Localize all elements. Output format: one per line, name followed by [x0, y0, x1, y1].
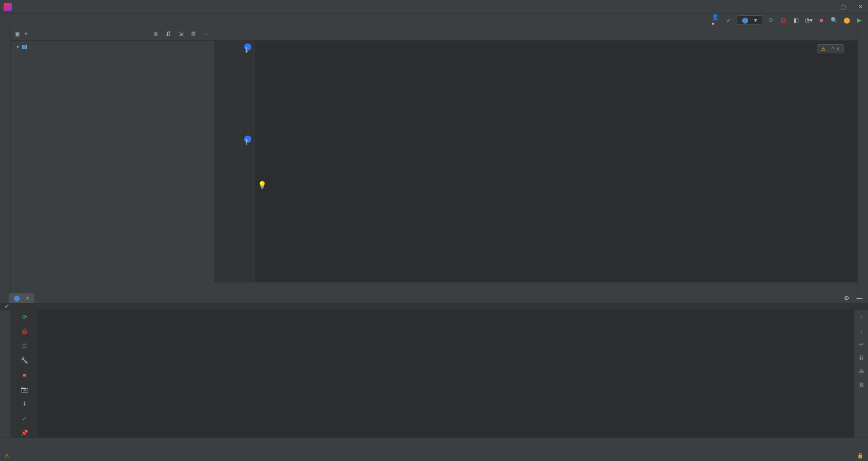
expand-icon[interactable]: ⇵ — [164, 30, 172, 38]
wrap-icon[interactable]: ↩ — [857, 340, 865, 348]
hide-icon[interactable]: — — [855, 294, 863, 302]
run-bug-icon[interactable]: 🐞 — [779, 16, 788, 24]
bottom-tool-strip — [0, 437, 868, 450]
rerun-icon[interactable]: ⟳ — [20, 313, 28, 321]
coverage-icon[interactable]: ◧ — [792, 16, 800, 24]
marker-icon[interactable]: ↓ — [244, 43, 251, 51]
user-icon[interactable]: 👤▾ — [712, 16, 720, 24]
settings-icon[interactable]: 🔧 — [20, 356, 28, 364]
run-tab[interactable]: ⬤ × — [9, 293, 34, 303]
intention-bulb-icon[interactable]: 💡 — [258, 181, 267, 189]
run-gutter: ⟳ 🐞 ☰ 🔧 ■ 📷 ⬇ ⤢ 📌 — [11, 310, 38, 439]
folder-icon: ▣ — [14, 30, 20, 37]
reload-icon[interactable]: ⟳ — [767, 16, 775, 24]
run-config-selector[interactable]: ⬤ ▾ — [737, 15, 762, 25]
warning-icon: ⚠ — [821, 46, 826, 52]
down-icon[interactable]: ↓ — [857, 326, 865, 334]
minimize-icon[interactable]: — — [822, 3, 830, 11]
update-available-icon[interactable]: ⬤ — [843, 16, 851, 24]
clear-icon[interactable]: 🗑 — [857, 381, 865, 389]
expand-icon[interactable]: ⤢ — [20, 414, 28, 422]
run-tool-window: ⬤ × ⚙ — ✔ ⟳ 🐞 ☰ 🔧 ■ 📷 ⬇ ⤢ 📌 ↑ ↓ — [0, 293, 868, 437]
close-icon[interactable]: ✕ — [856, 3, 864, 11]
status-warning-icon[interactable]: ⚠ — [5, 453, 9, 459]
export-icon[interactable]: ⬇ — [20, 400, 28, 408]
marker-strip: ↓ ↑ — [241, 41, 255, 282]
navigation-bar: 👤▾ ↙ ⬤ ▾ ⟳ 🐞 ◧ ◔▾ ■ 🔍 ⬤ ▶ — [0, 14, 868, 27]
app-logo-icon — [4, 3, 12, 11]
locate-icon[interactable]: ⊕ — [151, 30, 160, 38]
gear-icon[interactable]: ⚙ — [189, 30, 198, 38]
stop-icon[interactable]: ■ — [20, 371, 28, 379]
editor-tabs — [214, 27, 857, 41]
maximize-icon[interactable]: ▢ — [839, 3, 847, 11]
filter-icon[interactable]: ☰ — [20, 342, 28, 350]
pin-icon[interactable]: 📌 — [20, 428, 28, 437]
profile-icon[interactable]: ◔▾ — [805, 16, 813, 24]
run-icon[interactable]: ▶ — [855, 16, 863, 24]
collapse-icon[interactable]: ⇲ — [177, 30, 185, 38]
print-icon[interactable]: 🖶 — [857, 367, 865, 375]
up-icon[interactable]: ↑ — [857, 313, 865, 321]
right-tool-rail — [857, 27, 868, 293]
hide-icon[interactable]: — — [202, 30, 210, 38]
close-icon[interactable]: × — [26, 295, 29, 301]
ok-icon: ✔ — [5, 303, 9, 310]
project-tool-window: ▣ ▾ ⊕ ⇵ ⇲ ⚙ — ▾ — [11, 27, 214, 293]
console-side-tools: ↑ ↓ ↩ ⇊ 🖶 🗑 — [854, 310, 868, 439]
marker-icon[interactable]: ↑ — [244, 136, 251, 143]
scroll-icon[interactable]: ⇊ — [857, 353, 865, 362]
line-gutter — [214, 41, 241, 282]
readonly-icon[interactable]: 🔓 — [857, 453, 863, 459]
left-tool-rail — [0, 27, 11, 293]
editor-breadcrumbs — [214, 282, 857, 293]
dump-icon[interactable]: 📷 — [20, 385, 28, 393]
gear-icon[interactable]: ⚙ — [843, 294, 851, 302]
search-icon[interactable]: 🔍 — [830, 16, 838, 24]
editor[interactable]: ↓ ↑ 💡 ⚠ ^v — [214, 41, 857, 282]
vcs-update-icon[interactable]: ↙ — [724, 16, 732, 24]
project-root[interactable]: ▾ — [11, 42, 214, 51]
console-output[interactable] — [38, 310, 854, 439]
test-status-bar: ✔ — [0, 303, 868, 310]
titlebar: — ▢ ✕ — [0, 0, 868, 14]
run-icon[interactable]: 🐞 — [20, 327, 28, 335]
status-bar: ⚠ 🔓 — [0, 450, 868, 461]
stop-icon[interactable]: ■ — [817, 16, 826, 24]
inspection-widget[interactable]: ⚠ ^v — [817, 44, 844, 53]
